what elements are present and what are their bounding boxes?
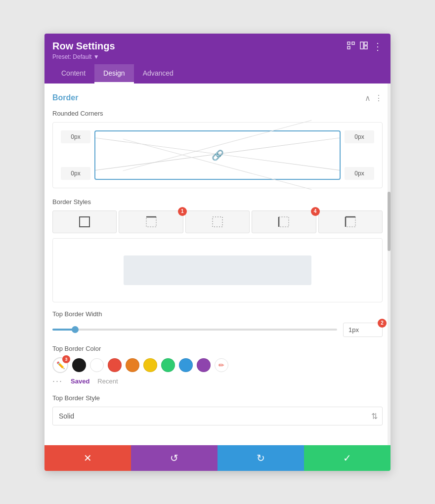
border-style-select[interactable]: None Solid Dashed Dotted Double	[52, 407, 383, 425]
section-more-icon[interactable]: ⋮	[375, 93, 383, 103]
section-controls: ∧ ⋮	[365, 93, 383, 103]
panel-title: Row Settings	[52, 41, 115, 52]
border-style-btn-5[interactable]	[318, 210, 383, 233]
border-style-btn-2[interactable]: 1	[119, 210, 183, 233]
svg-rect-8	[80, 217, 89, 227]
svg-rect-12	[279, 217, 289, 227]
corners-grid: 🔗	[61, 130, 374, 180]
collapse-icon[interactable]: ∧	[365, 93, 371, 103]
cancel-button[interactable]: ✕	[44, 445, 131, 471]
preset-label: Preset: Default ▼	[52, 53, 383, 60]
swatch-black[interactable]	[72, 358, 86, 372]
border-style-btn-3[interactable]	[185, 210, 250, 233]
panel-tabs: Content Design Advanced	[52, 64, 383, 84]
swatch-orange[interactable]	[126, 358, 139, 372]
header-icons: ⋮	[347, 41, 383, 52]
border-preview-box	[52, 238, 383, 302]
panel-footer: ✕ ↺ ↻ ✓	[44, 445, 391, 471]
scrollbar-track	[388, 84, 391, 445]
corners-preview: 🔗	[94, 130, 341, 180]
color-tab-saved[interactable]: Saved	[71, 378, 89, 385]
svg-rect-9	[146, 217, 156, 227]
swatch-yellow[interactable]	[143, 358, 157, 372]
corner-top-right-input[interactable]	[345, 130, 374, 143]
swatch-purple[interactable]	[197, 358, 211, 372]
rounded-corners-section: Rounded Corners 🔗	[52, 110, 383, 188]
border-styles-section: Border Styles 1	[52, 198, 383, 302]
top-border-style-section: Top Border Style None Solid Dashed Dotte…	[52, 394, 383, 425]
select-wrapper: None Solid Dashed Dotted Double	[52, 407, 383, 425]
svg-rect-1	[352, 42, 354, 44]
row-settings-panel: Row Settings ⋮ Preset: Default ▼ Content…	[44, 34, 391, 471]
color-tabs: ··· Saved Recent	[52, 376, 383, 386]
eyedropper-btn[interactable]: 3 ✏️	[52, 357, 68, 373]
border-style-btn-4[interactable]: 4	[252, 210, 316, 233]
corner-bottom-left-input[interactable]	[61, 167, 90, 180]
rounded-corners-label: Rounded Corners	[52, 110, 383, 117]
top-border-width-label: Top Border Width	[52, 310, 383, 318]
corners-widget: 🔗	[52, 122, 383, 188]
corner-bottom-right-input[interactable]	[345, 167, 374, 180]
svg-rect-0	[348, 42, 350, 44]
border-style-btn-1[interactable]	[52, 210, 117, 233]
badge-4: 4	[311, 207, 320, 216]
scrollbar-thumb[interactable]	[388, 192, 391, 251]
more-icon[interactable]: ⋮	[373, 41, 383, 52]
border-styles-label: Border Styles	[52, 198, 383, 206]
color-tab-recent[interactable]: Recent	[97, 378, 118, 385]
svg-rect-14	[346, 217, 355, 227]
swatch-blue[interactable]	[179, 358, 193, 372]
swatch-green[interactable]	[161, 358, 175, 372]
panel-header: Row Settings ⋮ Preset: Default ▼ Content…	[44, 34, 391, 84]
badge-3: 3	[62, 355, 70, 363]
badge-1: 1	[178, 207, 187, 216]
swatch-red[interactable]	[108, 358, 122, 372]
tab-advanced[interactable]: Advanced	[134, 64, 182, 84]
tab-design[interactable]: Design	[94, 64, 134, 84]
width-slider[interactable]	[52, 329, 337, 331]
top-border-width-section: Top Border Width 2	[52, 310, 383, 337]
color-tab-dots: ···	[52, 376, 63, 386]
top-border-color-label: Top Border Color	[52, 345, 383, 352]
header-top: Row Settings ⋮	[52, 41, 383, 52]
slider-row: 2	[52, 323, 383, 337]
border-style-options: 1 4	[52, 210, 383, 233]
slider-value-box: 2	[343, 323, 383, 337]
layout-icon[interactable]	[360, 42, 368, 51]
width-value-input[interactable]	[343, 323, 383, 337]
confirm-button[interactable]: ✓	[304, 445, 391, 471]
redo-button[interactable]: ↻	[218, 445, 304, 471]
top-border-style-label: Top Border Style	[52, 394, 383, 402]
svg-rect-5	[364, 46, 367, 49]
svg-rect-3	[360, 42, 363, 49]
svg-rect-11	[213, 217, 222, 227]
border-preview-inner	[124, 255, 311, 285]
corner-top-left-input[interactable]	[61, 130, 90, 143]
badge-2: 2	[378, 319, 387, 328]
color-swatches: 3 ✏️ ✏	[52, 357, 383, 373]
top-border-color-section: Top Border Color 3 ✏️ ✏ ··· Saved Rec	[52, 345, 383, 386]
fullscreen-icon[interactable]	[347, 42, 355, 51]
tab-content[interactable]: Content	[52, 64, 94, 84]
swatch-white[interactable]	[90, 358, 104, 372]
svg-rect-4	[364, 42, 367, 45]
svg-rect-2	[348, 46, 350, 49]
eraser-btn[interactable]: ✏	[215, 358, 228, 372]
panel-body: Border ∧ ⋮ Rounded Corners 🔗	[44, 84, 391, 445]
link-chain-icon[interactable]: 🔗	[212, 149, 224, 161]
section-title: Border	[52, 93, 78, 102]
undo-button[interactable]: ↺	[131, 445, 218, 471]
section-header: Border ∧ ⋮	[52, 93, 383, 103]
